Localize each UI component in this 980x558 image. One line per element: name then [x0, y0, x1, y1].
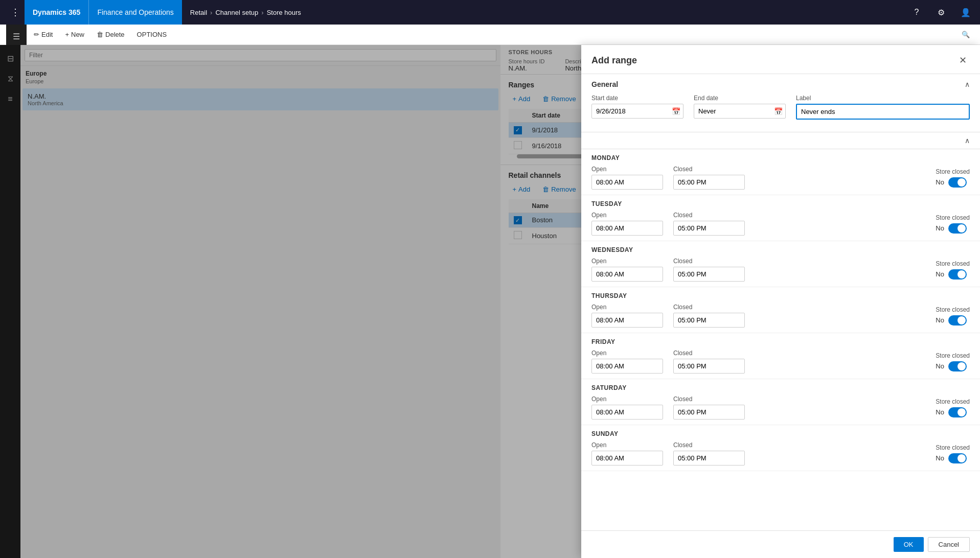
edit-icon: ✏	[34, 31, 39, 38]
panel-header: Add range ✕	[581, 45, 980, 74]
open-field-saturday: Open	[591, 396, 663, 420]
ok-button[interactable]: OK	[894, 537, 924, 552]
breadcrumb-sep2: ›	[261, 9, 263, 16]
action-bar: ☰ ✏ Edit + New 🗑 Delete OPTIONS 🔍	[0, 25, 980, 45]
collapse-icon[interactable]: ∧	[965, 80, 970, 88]
breadcrumb-retail[interactable]: Retail	[190, 9, 207, 16]
closed-input-saturday[interactable]	[673, 405, 745, 420]
store-closed-toggle-saturday[interactable]	[948, 407, 967, 417]
closed-input-sunday[interactable]	[673, 451, 745, 466]
days-collapse-bar: ∧	[581, 132, 980, 149]
day-label-saturday: SATURDAY	[591, 384, 970, 391]
panel-close-icon[interactable]: ✕	[955, 53, 970, 67]
d365-label: Dynamics 365	[33, 8, 80, 16]
store-closed-toggle-wednesday[interactable]	[948, 269, 967, 280]
day-section-friday: FRIDAY Open Closed Store closed No	[581, 333, 980, 379]
end-date-wrapper: 📅	[694, 104, 786, 119]
help-icon[interactable]: ?	[908, 4, 925, 20]
closed-field-sunday: Closed	[673, 441, 745, 466]
day-fields-monday: Open Closed Store closed No	[591, 166, 970, 190]
store-closed-toggle-sunday[interactable]	[948, 453, 967, 463]
breadcrumb-channel-setup[interactable]: Channel setup	[215, 9, 258, 16]
day-section-monday: MONDAY Open Closed Store closed No	[581, 149, 980, 195]
delete-button[interactable]: 🗑 Delete	[92, 29, 130, 40]
day-fields-thursday: Open Closed Store closed No	[591, 304, 970, 328]
open-input-tuesday[interactable]	[591, 221, 663, 236]
panel-section-header: General ∧	[591, 80, 970, 88]
open-field-friday: Open	[591, 350, 663, 374]
day-fields-wednesday: Open Closed Store closed No	[591, 258, 970, 282]
settings-icon[interactable]: ⚙	[933, 4, 949, 20]
user-icon[interactable]: 👤	[958, 4, 974, 20]
cancel-button[interactable]: Cancel	[928, 537, 970, 552]
open-input-friday[interactable]	[591, 359, 663, 374]
panel-footer: OK Cancel	[581, 530, 980, 558]
store-closed-toggle-friday[interactable]	[948, 361, 967, 371]
closed-field-thursday: Closed	[673, 304, 745, 328]
delete-icon: 🗑	[97, 31, 103, 38]
start-date-input[interactable]	[591, 104, 683, 119]
closed-input-wednesday[interactable]	[673, 267, 745, 282]
day-label-friday: FRIDAY	[591, 338, 970, 345]
day-fields-saturday: Open Closed Store closed No	[591, 396, 970, 420]
day-label-thursday: THURSDAY	[591, 292, 970, 299]
open-field-sunday: Open	[591, 441, 663, 466]
breadcrumb: Retail › Channel setup › Store hours	[182, 9, 309, 16]
day-label-tuesday: TUESDAY	[591, 200, 970, 207]
open-input-saturday[interactable]	[591, 405, 663, 420]
panel-title: Add range	[591, 55, 637, 66]
closed-field-tuesday: Closed	[673, 212, 745, 236]
day-section-sunday: SUNDAY Open Closed Store closed No	[581, 425, 980, 471]
closed-input-thursday[interactable]	[673, 313, 745, 328]
general-form-row: Start date 📅 End date 📅 Label	[591, 95, 970, 120]
day-label-wednesday: WEDNESDAY	[591, 246, 970, 253]
closed-input-monday[interactable]	[673, 175, 745, 190]
closed-field-friday: Closed	[673, 350, 745, 374]
end-date-field: End date 📅	[694, 95, 786, 120]
breadcrumb-store-hours[interactable]: Store hours	[267, 9, 301, 16]
options-button[interactable]: OPTIONS	[132, 29, 172, 40]
store-closed-field-friday: Store closed No	[936, 352, 970, 371]
brand-fo: Finance and Operations	[88, 0, 181, 25]
store-closed-field-saturday: Store closed No	[936, 398, 970, 417]
store-closed-field-tuesday: Store closed No	[936, 214, 970, 234]
day-fields-sunday: Open Closed Store closed No	[591, 441, 970, 466]
breadcrumb-sep1: ›	[210, 9, 212, 16]
top-nav-right: ? ⚙ 👤	[908, 4, 974, 20]
store-closed-toggle-monday[interactable]	[948, 177, 967, 188]
open-field-tuesday: Open	[591, 212, 663, 236]
end-date-calendar-icon[interactable]: 📅	[774, 107, 783, 115]
closed-input-tuesday[interactable]	[673, 221, 745, 236]
store-closed-toggle-tuesday[interactable]	[948, 223, 967, 234]
day-label-monday: MONDAY	[591, 154, 970, 161]
days-collapse-icon[interactable]: ∧	[965, 136, 970, 145]
open-input-wednesday[interactable]	[591, 267, 663, 282]
open-input-monday[interactable]	[591, 175, 663, 190]
top-nav: ⋮ Dynamics 365 Finance and Operations Re…	[0, 0, 980, 25]
open-input-thursday[interactable]	[591, 313, 663, 328]
start-date-calendar-icon[interactable]: 📅	[672, 107, 680, 115]
open-field-thursday: Open	[591, 304, 663, 328]
end-date-input[interactable]	[694, 104, 786, 119]
add-range-panel: Add range ✕ General ∧ Start date 📅 End d…	[581, 45, 980, 558]
hamburger-icon[interactable]: ☰	[7, 29, 26, 45]
label-input[interactable]	[796, 104, 970, 120]
closed-input-friday[interactable]	[673, 359, 745, 374]
day-fields-friday: Open Closed Store closed No	[591, 350, 970, 374]
store-closed-toggle-thursday[interactable]	[948, 315, 967, 326]
open-field-wednesday: Open	[591, 258, 663, 282]
edit-button[interactable]: ✏ Edit	[29, 29, 58, 40]
waffle-icon[interactable]: ⋮	[6, 0, 25, 25]
new-button[interactable]: + New	[60, 29, 89, 40]
label-field: Label	[796, 95, 970, 120]
search-icon[interactable]: 🔍	[958, 27, 974, 43]
store-closed-field-wednesday: Store closed No	[936, 260, 970, 280]
open-input-sunday[interactable]	[591, 451, 663, 466]
day-section-thursday: THURSDAY Open Closed Store closed No	[581, 287, 980, 333]
day-section-wednesday: WEDNESDAY Open Closed Store closed No	[581, 241, 980, 287]
main-layout: ⊟ ⧖ ≡ Europe Europe N.AM. North America …	[0, 45, 980, 558]
closed-field-wednesday: Closed	[673, 258, 745, 282]
fo-label: Finance and Operations	[97, 8, 173, 16]
panel-general-section: General ∧ Start date 📅 End date 📅	[581, 74, 980, 132]
brand-d365: Dynamics 365	[25, 0, 88, 25]
